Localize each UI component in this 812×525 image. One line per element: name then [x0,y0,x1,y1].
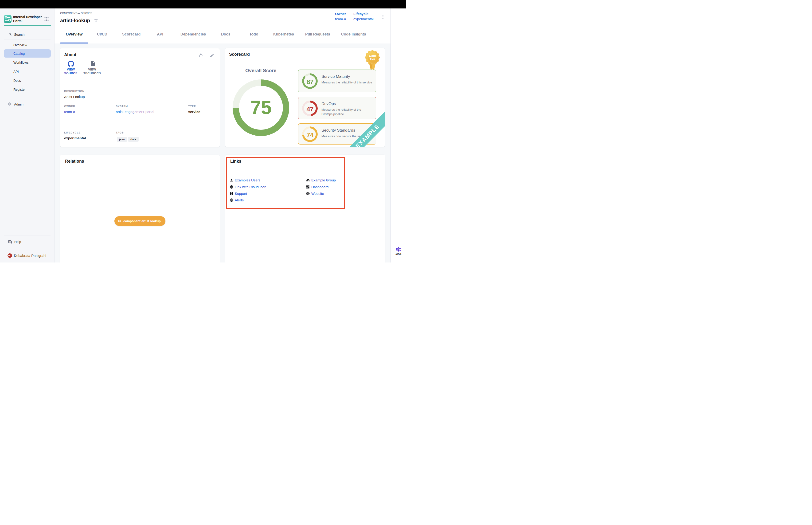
svg-text:Tier: Tier [370,57,375,61]
svg-text:Gold: Gold [369,54,376,58]
svg-text:?: ? [9,240,10,242]
